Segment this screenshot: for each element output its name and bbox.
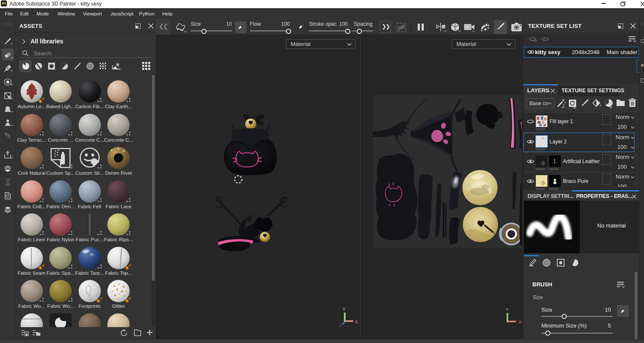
svg-text:z: z xyxy=(340,324,342,328)
svg-text:v: v xyxy=(506,307,508,311)
svg-text:U: U xyxy=(519,320,522,324)
svg-text:Y: Y xyxy=(343,307,346,312)
svg-text:X: X xyxy=(355,320,358,325)
